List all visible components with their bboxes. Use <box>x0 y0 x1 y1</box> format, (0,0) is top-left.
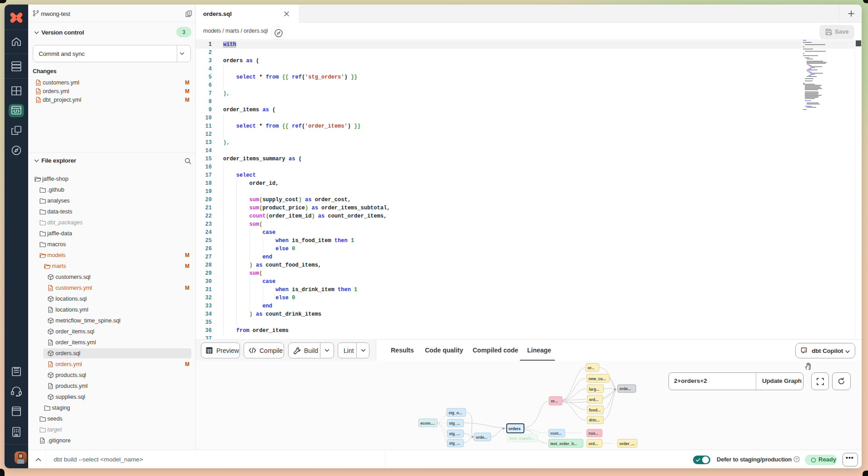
svg-text:test_order_it...: test_order_it... <box>550 441 577 446</box>
svg-text:or...: or... <box>588 366 594 370</box>
svg-text:drin...: drin... <box>589 418 599 422</box>
svg-text:stg_...: stg_... <box>449 431 460 436</box>
svg-text:orders: orders <box>509 426 521 431</box>
svg-text:ord...: ord... <box>589 397 599 402</box>
svg-text:ord...: ord... <box>589 441 598 446</box>
svg-text:ecom....: ecom.... <box>420 421 435 426</box>
svg-text:cus...: cus... <box>589 431 599 436</box>
svg-text:orde...: orde... <box>476 435 488 440</box>
svg-text:stg_...: stg_... <box>449 421 460 426</box>
svg-text:orde...: orde... <box>619 387 631 391</box>
svg-text:new_cu...: new_cu... <box>589 377 606 381</box>
svg-text:or...: or... <box>551 399 558 403</box>
svg-text:stg_o...: stg_o... <box>449 411 462 415</box>
svg-text:food...: food... <box>589 408 601 412</box>
svg-text:order_...: order_... <box>619 441 635 446</box>
svg-text:?: ? <box>795 457 798 461</box>
svg-text:larg...: larg... <box>589 387 599 392</box>
svg-text:cust...: cust... <box>550 431 562 436</box>
svg-text:test_supply...: test_supply... <box>509 436 535 441</box>
svg-text:stg_...: stg_... <box>449 441 460 446</box>
